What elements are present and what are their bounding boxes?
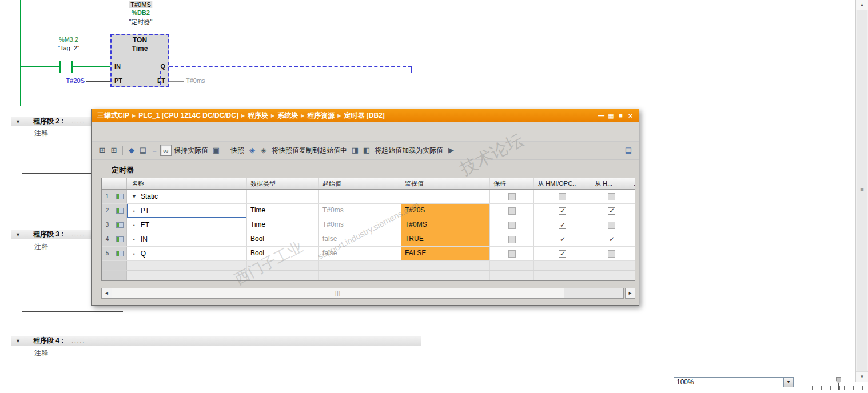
retain-cell[interactable]: [490, 204, 534, 218]
db-name[interactable]: "定时器": [129, 18, 153, 26]
name-cell[interactable]: ▪IN: [127, 232, 247, 246]
hmi2-checkbox[interactable]: [608, 207, 615, 215]
hmi2-checkbox[interactable]: [608, 222, 615, 229]
contact-address[interactable]: %M3.2: [59, 36, 78, 43]
breadcrumb-segment[interactable]: PLC_1 [CPU 1214C DC/DC/DC]: [138, 111, 238, 119]
hmi-opc-cell[interactable]: [534, 190, 591, 203]
table-row[interactable]: 4▪INBoolfalseTRUE: [102, 232, 635, 247]
zoom-slider[interactable]: [812, 376, 867, 392]
startvalue-cell[interactable]: false: [319, 247, 401, 260]
zoom-dropdown-icon[interactable]: ▼: [783, 378, 793, 387]
more-arrow-icon[interactable]: ▶: [445, 145, 457, 156]
zoom-combobox[interactable]: 100% ▼: [674, 377, 794, 387]
breadcrumb-segment[interactable]: 程序块: [248, 111, 268, 121]
keep-values-icon[interactable]: ▣: [210, 145, 222, 156]
column-retain[interactable]: 保持: [490, 178, 534, 189]
collapse-icon[interactable]: ▼: [15, 338, 21, 344]
scroll-left-icon[interactable]: ◄: [102, 288, 112, 298]
network-title-placeholder[interactable]: .....: [71, 231, 85, 238]
hmi-opc-checkbox[interactable]: [559, 250, 566, 258]
retain-cell[interactable]: [490, 190, 534, 203]
network-3-comment[interactable]: 注释: [34, 242, 48, 252]
datatype-cell[interactable]: [247, 190, 319, 203]
horizontal-scrollbar[interactable]: ◄ |||: [101, 288, 624, 299]
datatype-cell[interactable]: Bool: [247, 232, 319, 246]
column-name[interactable]: 名称: [127, 178, 247, 189]
hmi2-cell[interactable]: [591, 190, 632, 203]
hmi-opc-checkbox[interactable]: [559, 236, 566, 243]
float-window-icon[interactable]: ▦: [606, 112, 616, 119]
collapse-icon[interactable]: ▼: [15, 119, 21, 125]
name-cell[interactable]: ▪ET: [127, 218, 247, 232]
breadcrumb-segment[interactable]: 三罐式CIP: [97, 111, 129, 121]
copy-all-values-icon[interactable]: ◨: [349, 145, 361, 156]
breadcrumb-segment[interactable]: 定时器 [DB2]: [344, 111, 385, 121]
network-4-comment[interactable]: 注释: [34, 348, 48, 358]
copy-setpoints-icon[interactable]: ◧: [361, 145, 372, 156]
datatype-cell[interactable]: Time: [247, 204, 319, 218]
load-snapshot-icon[interactable]: ◈: [258, 145, 269, 156]
download-values-icon[interactable]: ◆: [126, 145, 137, 156]
column-hmi2[interactable]: 从 H...: [591, 178, 632, 189]
hmi2-cell[interactable]: [591, 218, 632, 232]
pin-in[interactable]: IN: [114, 63, 121, 70]
hmi2-cell[interactable]: [591, 232, 632, 246]
empty-row[interactable]: [102, 271, 635, 280]
insert-row-icon[interactable]: ⊞: [97, 145, 108, 156]
breadcrumb-segment[interactable]: 程序资源: [307, 111, 335, 121]
hmi-opc-cell[interactable]: [534, 247, 591, 260]
network-2-comment[interactable]: 注释: [34, 129, 48, 138]
breadcrumb-segment[interactable]: 系统块: [277, 111, 298, 121]
network-4-header[interactable]: ▼ 程序段 4 : .....: [11, 336, 421, 346]
vertical-scrollbar[interactable]: ▲ ≡ ▼: [855, 0, 868, 382]
close-icon[interactable]: ×: [626, 111, 635, 120]
startvalue-cell[interactable]: T#0ms: [319, 204, 401, 218]
hmi2-cell[interactable]: [591, 247, 632, 260]
window-titlebar[interactable]: 三罐式CIP▶PLC_1 [CPU 1214C DC/DC/DC]▶程序块▶系统…: [92, 109, 639, 122]
expanded-mode-icon[interactable]: ≡: [149, 145, 160, 156]
hmi-opc-cell[interactable]: [534, 232, 591, 246]
collapse-icon[interactable]: ▼: [15, 232, 21, 238]
contact-tag-name[interactable]: "Tag_2": [58, 45, 79, 51]
hmi-opc-checkbox[interactable]: [559, 193, 566, 200]
startvalue-cell[interactable]: [319, 190, 401, 203]
retain-cell[interactable]: [490, 218, 534, 232]
snapshot-button[interactable]: 快照: [230, 146, 244, 155]
startvalue-cell[interactable]: T#0ms: [319, 218, 401, 232]
column-startvalue[interactable]: 起始值: [319, 178, 401, 189]
load-start-as-actual-button[interactable]: 将起始值加载为实际值: [375, 146, 443, 155]
hmi2-checkbox[interactable]: [608, 236, 615, 243]
retain-checkbox[interactable]: [508, 250, 516, 258]
retain-checkbox[interactable]: [508, 222, 516, 229]
startvalue-cell[interactable]: false: [319, 232, 401, 246]
keep-actual-values-button[interactable]: 保持实际值: [174, 146, 208, 155]
name-cell[interactable]: ▪PT: [127, 204, 247, 218]
retain-checkbox[interactable]: [508, 193, 516, 200]
network-title-placeholder[interactable]: .....: [71, 118, 85, 125]
column-datatype[interactable]: 数据类型: [247, 178, 319, 189]
table-row[interactable]: 5▪QBoolfalseFALSE: [102, 247, 635, 261]
initialize-values-icon[interactable]: ▤: [137, 145, 149, 156]
pin-et[interactable]: ET: [157, 77, 165, 84]
retain-cell[interactable]: [490, 232, 534, 246]
retain-checkbox[interactable]: [508, 236, 516, 243]
snapshot-now-icon[interactable]: ◈: [246, 145, 258, 156]
hmi2-checkbox[interactable]: [608, 250, 615, 258]
column-hmi-opc[interactable]: 从 HMI/OPC..: [534, 178, 591, 189]
retain-cell[interactable]: [490, 247, 534, 260]
zoom-value[interactable]: 100%: [674, 378, 783, 386]
detail-view-icon[interactable]: ▤: [623, 145, 634, 156]
copy-snapshot-to-start-button[interactable]: 将快照值复制到起始值中: [272, 146, 347, 155]
name-cell[interactable]: ▼Static: [127, 190, 247, 203]
pin-q[interactable]: Q: [160, 63, 165, 70]
datatype-cell[interactable]: Time: [247, 218, 319, 232]
hmi2-checkbox[interactable]: [608, 193, 615, 200]
scroll-up-icon[interactable]: ▲: [856, 0, 868, 10]
hmi2-cell[interactable]: [591, 204, 632, 218]
hmi-opc-cell[interactable]: [534, 204, 591, 218]
retain-checkbox[interactable]: [508, 207, 516, 215]
table-row[interactable]: 3▪ETTimeT#0msT#0MS: [102, 218, 635, 232]
hmi-opc-checkbox[interactable]: [559, 207, 566, 215]
monitor-all-icon[interactable]: ∞: [160, 145, 172, 156]
table-row[interactable]: 1▼Static: [102, 190, 635, 204]
